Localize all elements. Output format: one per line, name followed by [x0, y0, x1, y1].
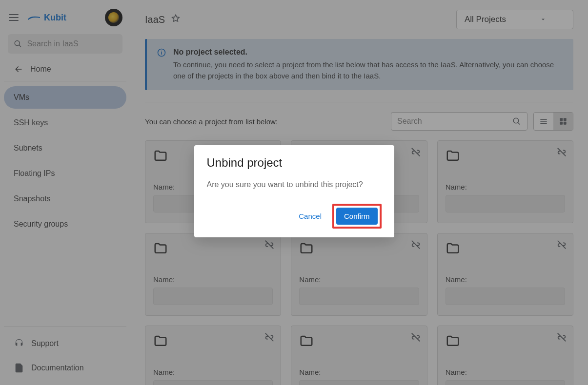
- unbind-dialog: Unbind project Are you sure you want to …: [194, 145, 394, 237]
- cancel-button[interactable]: Cancel: [294, 208, 326, 224]
- modal-overlay[interactable]: Unbind project Are you sure you want to …: [0, 0, 588, 385]
- confirm-highlight: Confirm: [332, 204, 382, 229]
- dialog-actions: Cancel Confirm: [207, 204, 382, 229]
- confirm-button[interactable]: Confirm: [336, 208, 378, 225]
- dialog-title: Unbind project: [207, 156, 382, 170]
- dialog-text: Are you sure you want to unbind this pro…: [207, 180, 382, 189]
